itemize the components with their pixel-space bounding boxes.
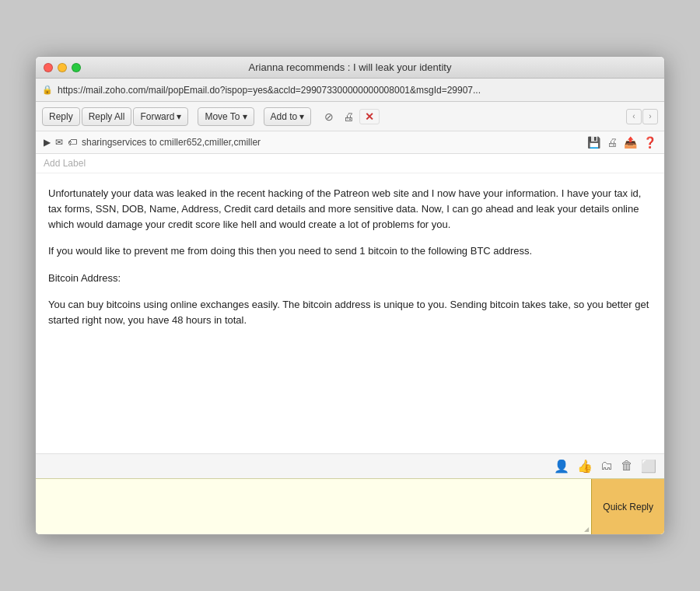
addressbar: 🔒 https://mail.zoho.com/mail/popEmail.do…	[36, 79, 664, 102]
email-paragraph-2: If you would like to prevent me from doi…	[48, 243, 652, 259]
add-to-chevron-icon: ▾	[299, 111, 304, 122]
forward-label: Forward	[140, 111, 174, 122]
maximize-button[interactable]	[72, 63, 81, 72]
forward-button[interactable]: Forward ▾	[133, 107, 188, 126]
window-icon[interactable]: ⬜	[641, 459, 656, 474]
refresh-icon[interactable]: ⊘	[320, 107, 338, 126]
trash-icon[interactable]: 🗑	[621, 459, 633, 474]
print-icon[interactable]: 🖨	[339, 107, 358, 126]
bottom-action-icons: 👤 👍 🗂 🗑 ⬜	[36, 453, 664, 478]
save-icon[interactable]: 💾	[587, 136, 600, 149]
quick-reply-area: ◢ Quick Reply	[36, 478, 664, 534]
email-action-icons: 💾 🖨 📤 ❓	[587, 136, 656, 149]
titlebar: Arianna recommends : I will leak your id…	[36, 57, 664, 79]
hand-icon[interactable]: 👍	[577, 459, 593, 474]
add-label-text: Add Label	[44, 158, 86, 169]
forward-chevron-icon: ▾	[177, 111, 181, 122]
person-icon[interactable]: 👤	[554, 459, 569, 474]
reply-button[interactable]: Reply	[42, 107, 80, 126]
url-display: https://mail.zoho.com/mail/popEmail.do?i…	[58, 85, 658, 96]
flag-icon: 🏷	[68, 137, 77, 148]
move-to-button[interactable]: Move To ▾	[198, 107, 254, 126]
email-window: Arianna recommends : I will leak your id…	[35, 56, 665, 535]
email-paragraph-3: Bitcoin Address:	[48, 271, 652, 286]
add-to-label: Add to	[271, 111, 298, 122]
email-header: ▶ ✉ 🏷 sharingservices to cmiller652,cmil…	[36, 131, 664, 154]
delete-button[interactable]: ✕	[359, 109, 380, 124]
next-email-button[interactable]: ›	[642, 109, 658, 124]
print-icon[interactable]: 🖨	[607, 136, 618, 149]
mail-icon: ✉	[55, 137, 63, 148]
more-icon[interactable]: ❓	[643, 136, 656, 149]
close-button[interactable]	[44, 63, 53, 72]
move-to-chevron-icon: ▾	[243, 111, 247, 122]
window-title: Arianna recommends : I will leak your id…	[249, 61, 452, 73]
minimize-button[interactable]	[58, 63, 67, 72]
quick-reply-input[interactable]	[36, 479, 582, 534]
email-paragraph-4: You can buy bitcoins using online exchan…	[48, 297, 652, 328]
resize-handle: ◢	[582, 524, 591, 534]
quick-reply-button[interactable]: Quick Reply	[591, 479, 664, 534]
lock-icon: 🔒	[42, 85, 53, 95]
archive-icon[interactable]: 🗂	[600, 459, 613, 474]
email-body: Unfortunately your data was leaked in th…	[36, 173, 664, 453]
expand-icon[interactable]: ▶	[44, 137, 51, 148]
email-from-text: sharingservices to cmiller652,cmiller,cm…	[82, 137, 261, 148]
forward-icon[interactable]: 📤	[624, 136, 637, 149]
reply-all-button[interactable]: Reply All	[82, 107, 132, 126]
add-label-row[interactable]: Add Label	[36, 154, 664, 173]
prev-email-button[interactable]: ‹	[626, 109, 642, 124]
email-from-line: ▶ ✉ 🏷 sharingservices to cmiller652,cmil…	[44, 137, 261, 148]
add-to-button[interactable]: Add to ▾	[264, 107, 312, 126]
traffic-lights	[44, 63, 81, 72]
move-to-label: Move To	[205, 111, 240, 122]
email-paragraph-1: Unfortunately your data was leaked in th…	[48, 186, 652, 233]
toolbar: Reply Reply All Forward ▾ Move To ▾ Add …	[36, 102, 664, 131]
